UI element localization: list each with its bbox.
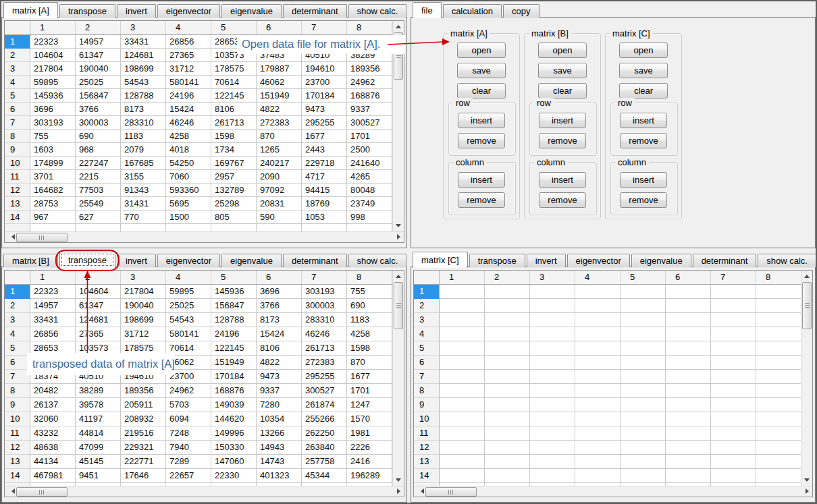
cell[interactable]: 219516 xyxy=(121,426,166,441)
cell[interactable]: 295255 xyxy=(302,370,347,384)
cell[interactable]: 190040 xyxy=(76,62,121,76)
cell[interactable]: 805 xyxy=(211,211,257,224)
column-remove-button[interactable]: remove xyxy=(620,192,667,208)
tab-eigenvector[interactable]: eigenvector xyxy=(157,254,220,267)
cell[interactable]: 179887 xyxy=(257,62,302,76)
cell[interactable] xyxy=(666,341,711,356)
cell[interactable]: 8106 xyxy=(257,341,302,356)
cell[interactable]: 4717 xyxy=(302,170,347,184)
row-header[interactable]: 5 xyxy=(414,341,440,356)
cell[interactable]: 1500 xyxy=(166,211,211,224)
row-remove-button[interactable]: remove xyxy=(458,133,505,148)
row-header[interactable]: 4 xyxy=(5,327,30,341)
cell[interactable] xyxy=(575,398,621,412)
tab-eigenvector[interactable]: eigenvector xyxy=(567,254,630,267)
scroll-down-icon[interactable] xyxy=(393,221,403,231)
cell[interactable]: 401323 xyxy=(257,469,302,483)
column-header[interactable]: 8 xyxy=(347,271,392,284)
cell[interactable] xyxy=(666,398,711,412)
cell[interactable]: 54543 xyxy=(121,76,166,89)
cell[interactable]: 47099 xyxy=(76,441,121,455)
cell[interactable] xyxy=(756,299,801,313)
cell[interactable]: 263840 xyxy=(302,441,347,455)
cell[interactable]: 59895 xyxy=(30,76,76,89)
cell[interactable] xyxy=(711,341,756,356)
cell[interactable]: 2957 xyxy=(211,170,257,184)
cell[interactable]: 38289 xyxy=(76,384,121,398)
cell[interactable] xyxy=(485,370,530,384)
cell[interactable]: 77503 xyxy=(76,184,121,197)
horizontal-scrollbar-thumb[interactable] xyxy=(425,487,477,497)
cell[interactable]: 1677 xyxy=(302,130,347,143)
cell[interactable]: 229718 xyxy=(302,157,347,170)
row-header[interactable]: 9 xyxy=(5,143,30,157)
row-header[interactable]: 3 xyxy=(5,62,30,76)
cell[interactable] xyxy=(666,469,711,483)
cell[interactable] xyxy=(711,441,756,455)
cell[interactable]: 31712 xyxy=(121,327,166,341)
cell[interactable]: 303193 xyxy=(302,285,347,299)
cell[interactable]: 1603 xyxy=(30,143,76,157)
cell[interactable]: 2090 xyxy=(257,170,302,184)
scroll-right-icon[interactable] xyxy=(393,232,403,242)
tab-show-calc[interactable]: show calc. xyxy=(758,254,816,267)
cell[interactable]: 20831 xyxy=(257,197,302,211)
tab-transpose[interactable]: transpose xyxy=(469,254,525,267)
cell[interactable] xyxy=(575,327,621,341)
cell[interactable] xyxy=(575,384,621,398)
cell[interactable]: 196289 xyxy=(347,469,392,483)
cell[interactable] xyxy=(530,398,575,412)
row-remove-button[interactable]: remove xyxy=(620,133,667,148)
cell[interactable] xyxy=(530,426,575,441)
cell[interactable]: 59895 xyxy=(166,285,211,299)
cell[interactable] xyxy=(621,398,666,412)
cell[interactable] xyxy=(485,285,530,299)
column-header[interactable]: 3 xyxy=(121,271,166,284)
cell[interactable]: 2079 xyxy=(121,143,166,157)
cell[interactable]: 229321 xyxy=(121,441,166,455)
row-header[interactable]: 12 xyxy=(5,441,30,455)
cell[interactable]: 169767 xyxy=(211,157,257,170)
cell[interactable] xyxy=(756,327,801,341)
tab-determinant[interactable]: determinant xyxy=(283,254,347,267)
cell[interactable]: 1183 xyxy=(347,313,392,327)
cell[interactable] xyxy=(756,455,801,469)
cell[interactable]: 968 xyxy=(76,143,121,157)
cell[interactable] xyxy=(485,327,530,341)
cell[interactable]: 132789 xyxy=(211,184,257,197)
cell[interactable]: 41197 xyxy=(76,412,121,426)
cell[interactable] xyxy=(621,469,666,483)
clear-button[interactable]: clear xyxy=(457,83,506,99)
cell[interactable]: 7280 xyxy=(257,398,302,412)
cell[interactable] xyxy=(575,299,621,313)
cell[interactable]: 283310 xyxy=(121,116,166,130)
cell[interactable]: 24196 xyxy=(211,327,257,341)
cell[interactable]: 39578 xyxy=(76,398,121,412)
cell[interactable]: 2226 xyxy=(347,441,392,455)
tab-eigenvector[interactable]: eigenvector xyxy=(157,4,220,18)
cell[interactable]: 17646 xyxy=(121,469,166,483)
cell[interactable]: 7940 xyxy=(166,441,211,455)
cell[interactable] xyxy=(756,384,801,398)
cell[interactable]: 32060 xyxy=(30,412,76,426)
row-header[interactable]: 4 xyxy=(5,76,30,89)
cell[interactable] xyxy=(711,398,756,412)
tab-transpose[interactable]: transpose xyxy=(59,4,115,18)
cell[interactable]: 46246 xyxy=(302,327,347,341)
column-header[interactable]: 2 xyxy=(76,21,121,34)
cell[interactable] xyxy=(485,299,530,313)
horizontal-scrollbar-thumb[interactable] xyxy=(16,487,68,497)
cell[interactable]: 272383 xyxy=(302,356,347,370)
cell[interactable] xyxy=(166,224,211,231)
cell[interactable]: 1677 xyxy=(347,370,392,384)
cell[interactable]: 1734 xyxy=(211,143,257,157)
cell[interactable] xyxy=(440,356,485,370)
column-header[interactable]: 4 xyxy=(166,271,211,284)
cell[interactable]: 149996 xyxy=(211,426,257,441)
scroll-left-icon[interactable] xyxy=(5,232,16,242)
cell[interactable] xyxy=(621,341,666,356)
cell[interactable]: 3696 xyxy=(257,285,302,299)
cell[interactable]: 9337 xyxy=(257,384,302,398)
cell[interactable]: 25025 xyxy=(166,299,211,313)
cell[interactable]: 128788 xyxy=(121,89,166,103)
